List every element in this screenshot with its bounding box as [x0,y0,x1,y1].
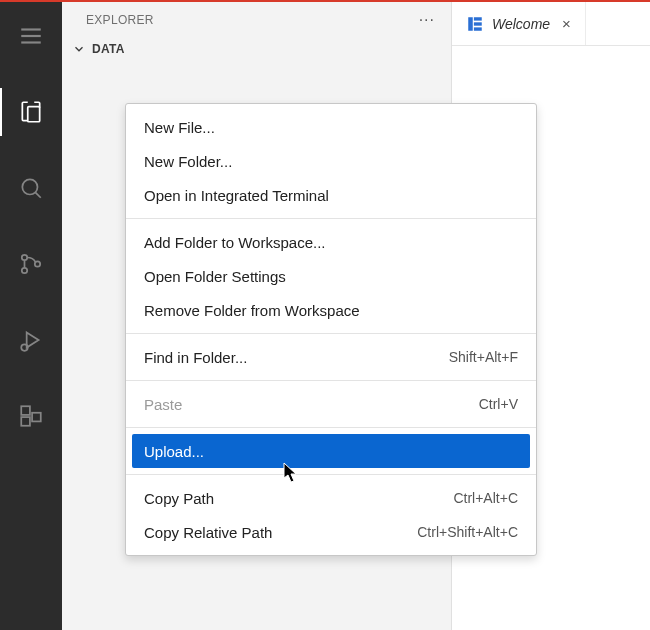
run-debug-icon[interactable] [0,316,62,364]
more-actions-icon[interactable]: ··· [419,11,435,29]
svg-rect-15 [474,17,482,20]
ctx-separator [126,427,536,428]
activity-bar [0,2,62,630]
ctx-add-folder-workspace[interactable]: Add Folder to Workspace... [126,225,536,259]
ctx-open-terminal[interactable]: Open in Integrated Terminal [126,178,536,212]
ctx-label: Open in Integrated Terminal [144,187,329,204]
ctx-shortcut: Ctrl+Shift+Alt+C [417,524,518,540]
svg-point-4 [22,179,37,194]
context-menu: New File... New Folder... Open in Integr… [125,103,537,556]
ctx-new-folder[interactable]: New Folder... [126,144,536,178]
extensions-icon[interactable] [0,392,62,440]
folder-root-label: DATA [92,42,125,56]
svg-rect-13 [32,413,41,422]
ctx-shortcut: Ctrl+V [479,396,518,412]
ctx-copy-relative-path[interactable]: Copy Relative Path Ctrl+Shift+Alt+C [126,515,536,549]
ctx-open-folder-settings[interactable]: Open Folder Settings [126,259,536,293]
svg-point-8 [35,261,40,266]
ctx-separator [126,218,536,219]
ctx-label: Paste [144,396,182,413]
tab-bar: Welcome × [452,2,650,46]
ctx-shortcut: Shift+Alt+F [449,349,518,365]
search-icon[interactable] [0,164,62,212]
folder-root[interactable]: DATA [62,38,451,60]
ctx-paste: Paste Ctrl+V [126,387,536,421]
ctx-copy-path[interactable]: Copy Path Ctrl+Alt+C [126,481,536,515]
ctx-separator [126,333,536,334]
ctx-label: Open Folder Settings [144,268,286,285]
ctx-upload[interactable]: Upload... [132,434,530,468]
explorer-icon[interactable] [0,88,62,136]
explorer-header: EXPLORER ··· [62,2,451,38]
ctx-label: Upload... [144,443,204,460]
svg-rect-3 [28,107,40,122]
ctx-new-file[interactable]: New File... [126,110,536,144]
ctx-find-in-folder[interactable]: Find in Folder... Shift+Alt+F [126,340,536,374]
ctx-label: Copy Path [144,490,214,507]
ctx-label: Copy Relative Path [144,524,272,541]
svg-rect-14 [468,17,473,31]
tab-label: Welcome [492,16,550,32]
ctx-shortcut: Ctrl+Alt+C [453,490,518,506]
ctx-separator [126,380,536,381]
svg-line-5 [35,192,40,197]
chevron-down-icon [72,42,86,56]
welcome-tab-icon [466,15,484,33]
svg-rect-12 [21,417,30,426]
ctx-label: New File... [144,119,215,136]
ctx-separator [126,474,536,475]
ctx-label: Find in Folder... [144,349,247,366]
menu-icon[interactable] [0,12,62,60]
tab-welcome[interactable]: Welcome × [456,2,586,45]
ctx-remove-folder-workspace[interactable]: Remove Folder from Workspace [126,293,536,327]
svg-point-7 [22,268,27,273]
ctx-label: Add Folder to Workspace... [144,234,325,251]
explorer-title: EXPLORER [86,13,154,27]
svg-rect-16 [474,22,482,25]
svg-rect-17 [474,27,482,30]
ctx-label: Remove Folder from Workspace [144,302,360,319]
source-control-icon[interactable] [0,240,62,288]
svg-marker-9 [27,332,39,347]
ctx-label: New Folder... [144,153,232,170]
svg-rect-11 [21,406,30,415]
svg-point-6 [22,255,27,260]
close-icon[interactable]: × [562,15,571,32]
